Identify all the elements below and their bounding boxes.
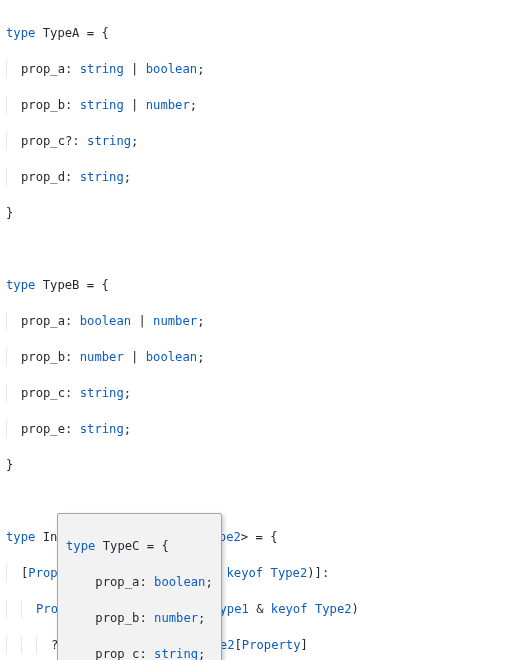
typea-name: TypeA: [43, 26, 80, 40]
typea-prop: prop_a: string | boolean;: [6, 60, 509, 78]
typeb-prop: prop_a: boolean | number;: [6, 312, 509, 330]
typeb-prop: prop_e: string;: [6, 420, 509, 438]
hover-tooltip: type TypeC = { prop_a: boolean; prop_b: …: [57, 513, 222, 660]
typea-decl: type TypeA = {: [6, 24, 509, 42]
typea-close: }: [6, 204, 509, 222]
tooltip-prop: prop_c: string;: [66, 645, 213, 660]
typea-prop: prop_c?: string;: [6, 132, 509, 150]
typeb-decl: type TypeB = {: [6, 276, 509, 294]
typea-prop: prop_d: string;: [6, 168, 509, 186]
tooltip-prop: prop_a: boolean;: [66, 573, 213, 591]
typea-prop: prop_b: string | number;: [6, 96, 509, 114]
typeb-close: }: [6, 456, 509, 474]
tooltip-prop: prop_b: number;: [66, 609, 213, 627]
tooltip-decl: type TypeC = {: [66, 537, 213, 555]
typeb-prop: prop_c: string;: [6, 384, 509, 402]
typeb-prop: prop_b: number | boolean;: [6, 348, 509, 366]
kw-type: type: [6, 26, 35, 40]
